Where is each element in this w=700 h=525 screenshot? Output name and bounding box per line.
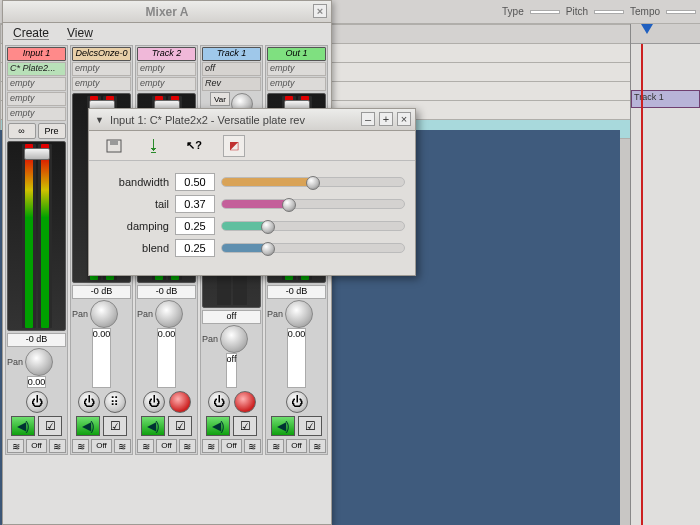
channel-label[interactable]: Input 1 bbox=[7, 47, 66, 61]
insert-slot[interactable]: empty bbox=[7, 77, 66, 91]
insert-slot[interactable]: off bbox=[202, 62, 261, 76]
check-button[interactable]: ☑ bbox=[233, 416, 257, 436]
off-toggle[interactable]: Off bbox=[91, 439, 112, 453]
minimize-icon[interactable]: – bbox=[361, 112, 375, 126]
param-slider[interactable] bbox=[221, 243, 405, 253]
route-icon[interactable]: ≋ bbox=[267, 439, 284, 453]
gain-readout[interactable]: -0 dB bbox=[137, 285, 196, 299]
load-icon[interactable]: ⭳ bbox=[143, 135, 165, 157]
route2-icon[interactable]: ≋ bbox=[244, 439, 261, 453]
var-button[interactable]: Var bbox=[210, 92, 230, 106]
timeline-ruler[interactable] bbox=[631, 24, 700, 44]
pan-knob[interactable] bbox=[220, 325, 248, 353]
slider-thumb[interactable] bbox=[306, 176, 320, 190]
param-slider[interactable] bbox=[221, 177, 405, 187]
pan-value[interactable]: 0.00 bbox=[27, 376, 47, 388]
insert-slot[interactable]: empty bbox=[72, 62, 131, 76]
param-value[interactable]: 0.25 bbox=[175, 217, 215, 235]
insert-slot[interactable]: empty bbox=[267, 77, 326, 91]
insert-slot[interactable]: empty bbox=[72, 77, 131, 91]
route2-icon[interactable]: ≋ bbox=[309, 439, 326, 453]
off-toggle[interactable]: Off bbox=[26, 439, 47, 453]
insert-slot[interactable]: Rev bbox=[202, 77, 261, 91]
fader-meter[interactable] bbox=[7, 141, 66, 331]
power-button[interactable]: ⏻ bbox=[208, 391, 230, 413]
monitor-button[interactable]: ◀) bbox=[271, 416, 295, 436]
slider-thumb[interactable] bbox=[261, 220, 275, 234]
param-slider[interactable] bbox=[221, 221, 405, 231]
pan-knob[interactable] bbox=[285, 300, 313, 328]
route-icon[interactable]: ≋ bbox=[137, 439, 154, 453]
record-button[interactable] bbox=[234, 391, 256, 413]
channel-label[interactable]: Track 2 bbox=[137, 47, 196, 61]
off-toggle[interactable]: Off bbox=[221, 439, 242, 453]
check-button[interactable]: ☑ bbox=[298, 416, 322, 436]
power-button[interactable]: ⏻ bbox=[143, 391, 165, 413]
type-field[interactable] bbox=[530, 10, 560, 14]
save-icon[interactable] bbox=[103, 135, 125, 157]
pan-value[interactable]: 0.00 bbox=[92, 328, 112, 388]
power-button[interactable]: ⏻ bbox=[286, 391, 308, 413]
bypass-icon[interactable]: ◩ bbox=[223, 135, 245, 157]
insert-slot[interactable]: empty bbox=[7, 92, 66, 106]
record-button[interactable] bbox=[169, 391, 191, 413]
pan-value[interactable]: 0.00 bbox=[157, 328, 177, 388]
route2-icon[interactable]: ≋ bbox=[179, 439, 196, 453]
slider-thumb[interactable] bbox=[282, 198, 296, 212]
menu-create[interactable]: Create bbox=[13, 26, 49, 40]
power-button[interactable]: ⏻ bbox=[78, 391, 100, 413]
gain-readout[interactable]: -0 dB bbox=[72, 285, 131, 299]
monitor-button[interactable]: ◀) bbox=[206, 416, 230, 436]
close-icon[interactable]: × bbox=[313, 4, 327, 18]
gain-readout[interactable]: off bbox=[202, 310, 261, 324]
check-button[interactable]: ☑ bbox=[38, 416, 62, 436]
fader-handle[interactable] bbox=[24, 148, 50, 160]
tempo-field[interactable] bbox=[666, 10, 696, 14]
insert-slot[interactable]: empty bbox=[7, 107, 66, 121]
monitor-button[interactable]: ◀) bbox=[76, 416, 100, 436]
mixer-titlebar[interactable]: Mixer A × bbox=[3, 1, 331, 23]
menu-view[interactable]: View bbox=[67, 26, 93, 40]
insert-slot[interactable]: empty bbox=[137, 77, 196, 91]
pre-button[interactable]: Pre bbox=[38, 123, 66, 139]
chevron-down-icon[interactable]: ▼ bbox=[95, 115, 104, 125]
param-slider[interactable] bbox=[221, 199, 405, 209]
plugin-titlebar[interactable]: ▼ Input 1: C* Plate2x2 - Versatile plate… bbox=[89, 109, 415, 131]
insert-slot[interactable]: empty bbox=[267, 62, 326, 76]
route-icon[interactable]: ≋ bbox=[202, 439, 219, 453]
monitor-button[interactable]: ◀) bbox=[11, 416, 35, 436]
playhead-marker-icon[interactable] bbox=[641, 24, 653, 34]
route2-icon[interactable]: ≋ bbox=[49, 439, 66, 453]
pan-value[interactable]: off bbox=[226, 353, 238, 388]
off-toggle[interactable]: Off bbox=[156, 439, 177, 453]
help-icon[interactable]: ↖? bbox=[183, 135, 205, 157]
insert-slot[interactable]: C* Plate2... bbox=[7, 62, 66, 76]
pan-knob[interactable] bbox=[90, 300, 118, 328]
insert-slot[interactable]: empty bbox=[137, 62, 196, 76]
channel-label[interactable]: DelcsOnze-0 bbox=[72, 47, 131, 61]
gain-readout[interactable]: -0 dB bbox=[7, 333, 66, 347]
param-value[interactable]: 0.50 bbox=[175, 173, 215, 191]
maximize-icon[interactable]: + bbox=[379, 112, 393, 126]
pan-knob[interactable] bbox=[155, 300, 183, 328]
channel-label[interactable]: Track 1 bbox=[202, 47, 261, 61]
check-button[interactable]: ☑ bbox=[168, 416, 192, 436]
off-toggle[interactable]: Off bbox=[286, 439, 307, 453]
monitor-button[interactable]: ◀) bbox=[141, 416, 165, 436]
route-icon[interactable]: ≋ bbox=[7, 439, 24, 453]
close-icon[interactable]: × bbox=[397, 112, 411, 126]
param-value[interactable]: 0.37 bbox=[175, 195, 215, 213]
route2-icon[interactable]: ≋ bbox=[114, 439, 131, 453]
slider-thumb[interactable] bbox=[261, 242, 275, 256]
drag-button[interactable]: ⠿ bbox=[104, 391, 126, 413]
pan-knob[interactable] bbox=[25, 348, 53, 376]
link-button[interactable]: ∞ bbox=[8, 123, 36, 139]
channel-label[interactable]: Out 1 bbox=[267, 47, 326, 61]
check-button[interactable]: ☑ bbox=[103, 416, 127, 436]
pitch-field[interactable] bbox=[594, 10, 624, 14]
pan-value[interactable]: 0.00 bbox=[287, 328, 307, 388]
power-button[interactable]: ⏻ bbox=[26, 391, 48, 413]
route-icon[interactable]: ≋ bbox=[72, 439, 89, 453]
param-value[interactable]: 0.25 bbox=[175, 239, 215, 257]
gain-readout[interactable]: -0 dB bbox=[267, 285, 326, 299]
